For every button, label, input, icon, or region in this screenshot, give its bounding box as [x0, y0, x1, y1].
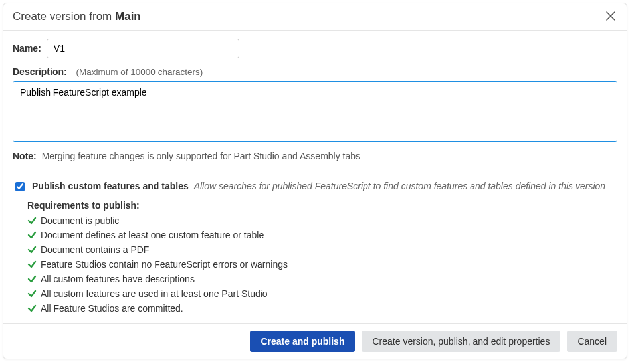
publish-label: Publish custom features and tables — [32, 181, 189, 191]
requirement-text: All custom features have descriptions — [41, 274, 195, 284]
description-header: Description: (Maximum of 10000 character… — [13, 66, 617, 77]
description-label: Description: — [13, 66, 67, 77]
requirement-text: Document is public — [41, 215, 119, 226]
requirement-text: Document defines at least one custom fea… — [41, 230, 264, 240]
publish-description: Allow searches for published FeatureScri… — [194, 181, 605, 191]
name-label: Name: — [13, 43, 41, 54]
description-input[interactable] — [13, 81, 617, 142]
requirements-title: Requirements to publish: — [27, 200, 617, 211]
close-icon — [606, 11, 615, 23]
dialog-body: Name: Description: (Maximum of 10000 cha… — [3, 31, 627, 323]
divider — [3, 171, 627, 171]
requirement-item: Document is public — [27, 213, 617, 228]
create-version-dialog: Create version from Main Name: Descripti… — [3, 3, 627, 359]
publish-row: Publish custom features and tables Allow… — [13, 181, 617, 193]
check-icon — [27, 216, 37, 225]
description-hint: (Maximum of 10000 characters) — [76, 67, 203, 77]
check-icon — [27, 289, 37, 298]
check-icon — [27, 304, 37, 313]
requirement-item: Feature Studios contain no FeatureScript… — [27, 257, 617, 272]
requirement-text: Feature Studios contain no FeatureScript… — [41, 259, 288, 270]
requirement-item: Document contains a PDF — [27, 242, 617, 257]
requirement-item: All custom features are used in at least… — [27, 286, 617, 301]
requirement-item: Document defines at least one custom fea… — [27, 228, 617, 242]
check-icon — [27, 260, 37, 269]
note-label: Note: — [13, 151, 37, 161]
cancel-button[interactable]: Cancel — [567, 331, 617, 352]
requirement-item: All custom features have descriptions — [27, 272, 617, 286]
dialog-footer: Create and publish Create version, publi… — [3, 323, 627, 359]
dialog-title: Create version from Main — [13, 10, 141, 23]
check-icon — [27, 230, 37, 240]
publish-text: Publish custom features and tables Allow… — [32, 181, 605, 191]
note-line: Note: Merging feature changes is only su… — [13, 151, 617, 161]
create-and-publish-button[interactable]: Create and publish — [250, 331, 355, 352]
title-value: Main — [115, 10, 141, 23]
dialog-header: Create version from Main — [3, 3, 627, 31]
requirement-text: All Feature Studios are committed. — [41, 303, 183, 314]
close-button[interactable] — [604, 10, 617, 23]
note-text: Merging feature changes is only supporte… — [42, 151, 360, 161]
requirements-list: Document is public Document defines at l… — [27, 213, 617, 316]
title-prefix: Create version from — [13, 10, 112, 23]
requirement-text: All custom features are used in at least… — [41, 288, 268, 299]
check-icon — [27, 245, 37, 254]
check-icon — [27, 274, 37, 284]
publish-block: Publish custom features and tables Allow… — [13, 181, 617, 318]
requirement-text: Document contains a PDF — [41, 244, 149, 255]
requirement-item: All Feature Studios are committed. — [27, 301, 617, 316]
create-version-publish-edit-button[interactable]: Create version, publish, and edit proper… — [362, 331, 560, 352]
publish-checkbox[interactable] — [15, 182, 25, 191]
name-input[interactable] — [47, 39, 239, 58]
name-row: Name: — [13, 39, 617, 58]
